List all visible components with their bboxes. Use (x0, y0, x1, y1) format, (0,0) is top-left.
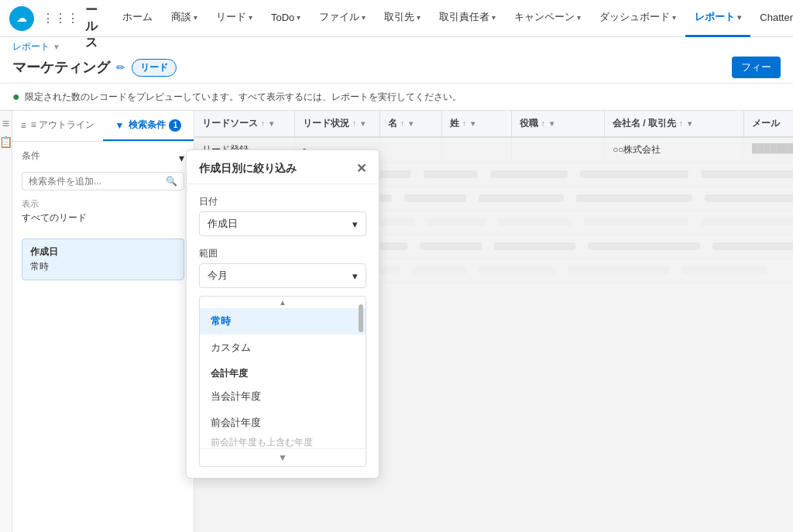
nav-home[interactable]: ホーム (113, 0, 162, 37)
scrollbar[interactable] (358, 297, 364, 466)
chevron-down-icon: ▾ (492, 13, 496, 22)
modal-header: 作成日別に絞り込み ✕ (187, 150, 379, 184)
date-select[interactable]: 作成日 ▾ (199, 211, 366, 236)
scroll-up-button[interactable]: ▲ (200, 297, 366, 308)
scrollbar-thumb[interactable] (359, 304, 363, 332)
range-select[interactable]: 今月 ▾ (199, 263, 366, 288)
fiscal-year-section: 会計年度 (200, 361, 366, 383)
chevron-down-icon: ▾ (249, 13, 252, 22)
page-title: マーケティング (12, 58, 110, 77)
fill-button[interactable]: フィー (732, 57, 781, 78)
chevron-down-icon: ▾ (417, 13, 421, 22)
modal-body: 日付 作成日 ▾ 範囲 今月 ▾ ▲ 常時 (187, 184, 379, 478)
edit-icon[interactable]: ✏ (116, 61, 125, 74)
nav-deals[interactable]: 商談 ▾ (162, 0, 207, 37)
svg-text:☁: ☁ (16, 12, 27, 24)
chevron-down-icon: ▾ (577, 13, 581, 22)
dropdown-item-custom[interactable]: カスタム (200, 335, 366, 361)
nav-campaigns[interactable]: キャンペーン ▾ (505, 0, 590, 37)
nav-todo[interactable]: ToDo ▾ (262, 0, 310, 37)
nav-chatter[interactable]: Chatter (750, 0, 793, 37)
modal-overlay: 作成日別に絞り込み ✕ 日付 作成日 ▾ 範囲 今月 ▾ (0, 111, 793, 532)
info-bar: ● 限定された数のレコードをプレビューしています。すべて表示するには、レポートを… (0, 84, 793, 111)
breadcrumb-area: レポート ▼ マーケティング ✏ リード フィー (0, 37, 793, 84)
app-grid-icon[interactable]: ⋮⋮⋮ (42, 11, 79, 26)
salesforce-logo: ☁ (9, 6, 34, 31)
chevron-down-icon: ▾ (297, 13, 300, 22)
nav-files[interactable]: ファイル ▾ (310, 0, 375, 37)
chevron-down-icon: ▾ (362, 13, 366, 22)
chevron-down-icon: ▾ (352, 218, 358, 230)
breadcrumb[interactable]: レポート ▼ (12, 40, 781, 53)
nav-accounts[interactable]: 取引先 ▾ (375, 0, 430, 37)
chevron-down-icon: ▾ (672, 13, 676, 22)
dropdown-item-current-fy[interactable]: 当会計年度 (200, 383, 366, 410)
nav-dashboard[interactable]: ダッシュボード ▾ (590, 0, 685, 37)
scroll-down-button[interactable]: ▼ (200, 448, 366, 466)
info-icon: ● (12, 90, 20, 104)
lead-badge: リード (132, 59, 177, 77)
date-field-label: 日付 (199, 195, 366, 208)
nav-items: ホーム 商談 ▾ リード ▾ ToDo ▾ ファイル ▾ 取引先 ▾ 取引責任者… (113, 0, 793, 37)
app-name: セールス (85, 0, 98, 51)
nav-reports[interactable]: レポート ▾ (685, 0, 750, 37)
chevron-down-icon: ▾ (737, 13, 741, 22)
chevron-down-icon: ▾ (352, 270, 358, 282)
modal-title: 作成日別に絞り込み (199, 162, 297, 176)
range-dropdown-list: ▲ 常時 カスタム 会計年度 当会計年度 前会計年度 (199, 296, 366, 467)
nav-contacts[interactable]: 取引責任者 ▾ (430, 0, 505, 37)
filter-modal: 作成日別に絞り込み ✕ 日付 作成日 ▾ 範囲 今月 ▾ (186, 149, 379, 479)
dropdown-item-always[interactable]: 常時 (200, 308, 366, 335)
page-title-row: マーケティング ✏ リード フィー (12, 53, 781, 83)
nav-lead[interactable]: リード ▾ (207, 0, 262, 37)
dropdown-item-last-fy[interactable]: 前会計年度 (200, 410, 366, 436)
dropdown-item-prev-fy-incl[interactable]: 前会計年度も上含む年度 (200, 436, 366, 448)
chevron-down-icon: ▾ (194, 13, 197, 22)
main-area: ≡ 📋 ≡ ≡ アウトライン ▼ 検索条件 1 条件 ▾ 🔍 (0, 111, 793, 532)
range-field-label: 範囲 (199, 247, 366, 260)
modal-close-button[interactable]: ✕ (356, 161, 366, 176)
top-navigation-bar: ☁ ⋮⋮⋮ セールス ホーム 商談 ▾ リード ▾ ToDo ▾ ファイル ▾ … (0, 0, 793, 37)
